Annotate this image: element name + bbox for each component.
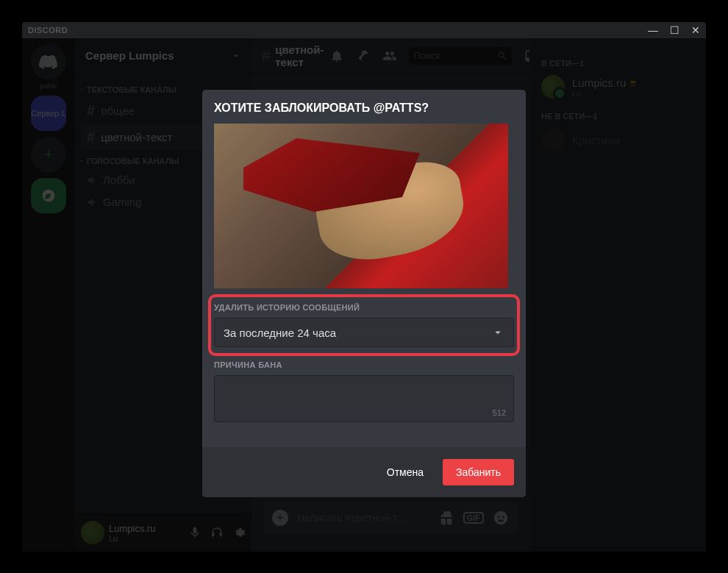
delete-history-label: УДАЛИТЬ ИСТОРИЮ СООБЩЕНИЙ: [214, 303, 514, 312]
window-controls: — ☐ ✕: [648, 25, 700, 35]
delete-history-select[interactable]: За последние 24 часа: [214, 318, 514, 347]
app-body: public Сервер L + Сервер Lumpics ТЕКСТОВ…: [22, 38, 706, 552]
reason-input[interactable]: 512: [214, 375, 514, 422]
close-button[interactable]: ✕: [691, 25, 700, 35]
reason-group: ПРИЧИНА БАНА 512: [214, 360, 514, 422]
minimize-button[interactable]: —: [648, 25, 658, 35]
reason-label: ПРИЧИНА БАНА: [214, 360, 514, 369]
modal-backdrop[interactable]: ХОТИТЕ ЗАБЛОКИРОВАТЬ @PATTS? УДАЛИТЬ ИСТ…: [22, 38, 706, 552]
delete-history-group: УДАЛИТЬ ИСТОРИЮ СООБЩЕНИЙ За последние 2…: [214, 303, 514, 347]
select-value: За последние 24 часа: [224, 327, 336, 339]
titlebar: DISCORD — ☐ ✕: [22, 22, 706, 38]
cancel-button[interactable]: Отмена: [374, 459, 437, 485]
maximize-button[interactable]: ☐: [670, 25, 679, 35]
modal-footer: Отмена Забанить: [202, 447, 526, 497]
ban-gif: [214, 124, 508, 288]
ban-modal: ХОТИТЕ ЗАБЛОКИРОВАТЬ @PATTS? УДАЛИТЬ ИСТ…: [202, 90, 526, 497]
app-window: DISCORD — ☐ ✕ public Сервер L + Сервер L…: [22, 22, 706, 552]
char-counter: 512: [493, 408, 506, 417]
ban-button[interactable]: Забанить: [443, 459, 514, 485]
modal-title: ХОТИТЕ ЗАБЛОКИРОВАТЬ @PATTS?: [214, 102, 514, 115]
chevron-down-icon: [491, 326, 504, 339]
app-logo: DISCORD: [28, 26, 68, 35]
